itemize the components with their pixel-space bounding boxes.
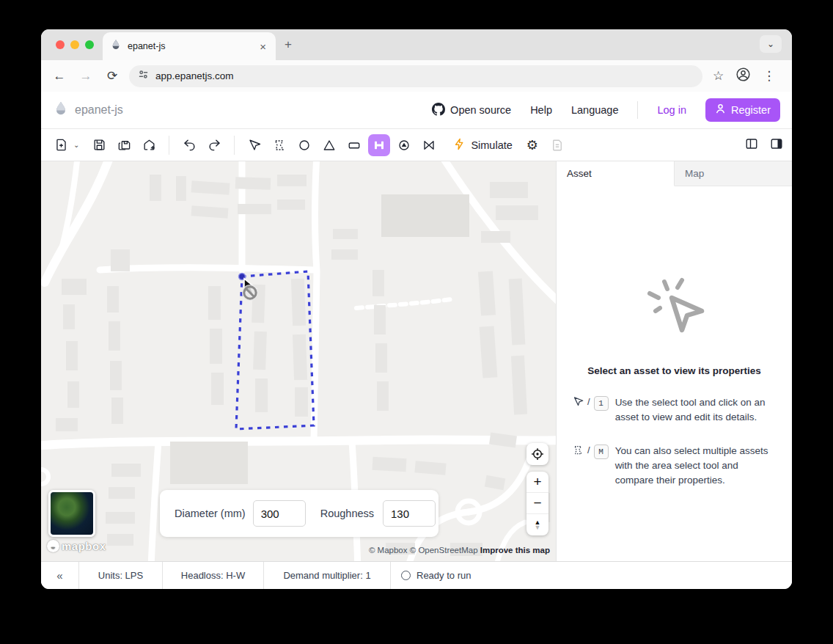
map-canvas[interactable]: + − ▲▼ Diameter (mm) Roughness ◒ mapbox: [41, 161, 556, 561]
forward-icon[interactable]: →: [76, 69, 95, 84]
tab-search-chevron-icon[interactable]: ⌄: [760, 35, 782, 53]
area-select-icon: [573, 444, 584, 458]
zoom-in-button[interactable]: +: [526, 472, 548, 493]
zoom-control: + − ▲▼: [526, 472, 548, 535]
address-bar[interactable]: app.epanetjs.com: [129, 65, 702, 87]
keycap-m: M: [594, 444, 609, 459]
simulate-button[interactable]: Simulate: [453, 138, 512, 153]
register-label: Register: [731, 104, 771, 116]
mapbox-logo-icon: ◒: [47, 540, 59, 552]
bookmark-star-icon[interactable]: ☆: [713, 68, 724, 84]
redo-button[interactable]: [203, 134, 225, 156]
person-icon: [715, 103, 726, 117]
panel-tabs: Asset Map: [557, 161, 792, 186]
hint-select-text: Use the select tool and click on an asse…: [615, 395, 775, 425]
osm-attribution-link[interactable]: © OpenStreetMap: [410, 546, 478, 555]
pump-tool-button[interactable]: [393, 134, 415, 156]
brand-name: epanet-js: [75, 103, 123, 117]
not-allowed-icon: [242, 285, 258, 301]
mapbox-attribution-link[interactable]: © Mapbox: [369, 546, 408, 555]
pipe-properties-form: Diameter (mm) Roughness: [160, 490, 438, 537]
units-setting[interactable]: Units: LPS: [79, 562, 163, 589]
pipe-tool-button[interactable]: [368, 134, 390, 156]
tab-title: epanet-js: [128, 41, 252, 51]
area-select-tool-button[interactable]: [268, 134, 290, 156]
app-header: epanet-js Open source Help Language Log …: [41, 92, 792, 129]
lightning-icon: [453, 138, 466, 153]
url-text: app.epanetjs.com: [155, 70, 234, 81]
github-icon: [432, 103, 445, 118]
back-icon[interactable]: ←: [50, 69, 69, 84]
app-toolbar: ⌄: [41, 129, 792, 161]
language-link[interactable]: Language: [571, 104, 619, 116]
mapbox-logo-text: mapbox: [62, 540, 106, 552]
hint-separator: /: [587, 396, 590, 407]
right-panel: Asset Map Select an asset to view its pr…: [556, 161, 792, 561]
toggle-left-panel-icon[interactable]: [745, 137, 758, 153]
toolbar-divider: [169, 136, 169, 155]
reload-icon[interactable]: ⟳: [103, 68, 122, 84]
mapbox-logo[interactable]: ◒ mapbox: [47, 540, 106, 552]
minimize-window-button[interactable]: [70, 40, 79, 49]
reservoir-tool-button[interactable]: [343, 134, 365, 156]
profile-icon[interactable]: [735, 67, 751, 85]
browser-tab-strip: epanet-js × + ⌄: [41, 29, 792, 60]
close-window-button[interactable]: [56, 40, 65, 49]
main-area: + − ▲▼ Diameter (mm) Roughness ◒ mapbox: [41, 161, 792, 561]
satellite-layer-thumbnail[interactable]: [48, 490, 95, 537]
browser-menu-icon[interactable]: ⋮: [763, 68, 775, 84]
log-in-link[interactable]: Log in: [657, 104, 686, 116]
pitch-toggle-button[interactable]: ▲▼: [526, 514, 548, 535]
collapse-statusbar-button[interactable]: «: [41, 562, 79, 589]
geolocate-button[interactable]: [526, 443, 548, 465]
tab-asset[interactable]: Asset: [557, 161, 675, 186]
panel-empty-title: Select an asset to view its properties: [573, 365, 776, 376]
favicon-droplet-icon: [110, 39, 122, 54]
site-settings-icon[interactable]: [138, 69, 149, 83]
browser-url-row: ← → ⟳ app.epanetjs.com ☆ ⋮: [41, 60, 792, 92]
new-tab-icon[interactable]: +: [285, 37, 292, 52]
browser-window: epanet-js × + ⌄ ← → ⟳ app.epanetjs.com ☆…: [41, 29, 792, 589]
roughness-input[interactable]: [383, 500, 436, 527]
status-bar: « Units: LPS Headloss: H-W Demand multip…: [41, 561, 792, 589]
toggle-right-panel-icon[interactable]: [770, 137, 783, 153]
select-tool-button[interactable]: [243, 134, 265, 156]
save-button[interactable]: [88, 134, 110, 156]
new-project-button[interactable]: [50, 134, 72, 156]
zoom-out-button[interactable]: −: [526, 493, 548, 514]
tank-tool-button[interactable]: [318, 134, 340, 156]
toolbar-divider: [234, 136, 235, 155]
simulation-settings-gear-icon[interactable]: ⚙: [521, 134, 543, 156]
headloss-setting[interactable]: Headloss: H-W: [163, 562, 264, 589]
brand-droplet-icon: [53, 100, 69, 120]
maximize-window-button[interactable]: [85, 40, 94, 49]
ready-status-icon: [401, 571, 411, 580]
keycap-1: 1: [594, 396, 609, 411]
save-as-copy-button[interactable]: [113, 134, 135, 156]
open-source-label: Open source: [450, 104, 511, 116]
register-button[interactable]: Register: [705, 98, 780, 122]
undo-button[interactable]: [178, 134, 200, 156]
select-cursor-icon: [573, 396, 584, 410]
roughness-label: Roughness: [320, 508, 374, 519]
tab-close-icon[interactable]: ×: [257, 40, 268, 53]
improve-map-link[interactable]: Improve this map: [480, 546, 550, 555]
demand-multiplier-setting[interactable]: Demand multiplier: 1: [264, 562, 391, 589]
simulation-report-icon: [546, 134, 568, 156]
diameter-input[interactable]: [253, 500, 306, 527]
open-source-link[interactable]: Open source: [432, 103, 511, 118]
header-divider: [637, 101, 638, 119]
import-model-button[interactable]: [138, 134, 160, 156]
junction-tool-button[interactable]: [293, 134, 315, 156]
map-attribution: © Mapbox © OpenStreetMap Improve this ma…: [369, 546, 550, 555]
chrome-actions: ☆ ⋮: [713, 67, 775, 85]
ready-status-label: Ready to run: [416, 570, 471, 581]
valve-tool-button[interactable]: [418, 134, 440, 156]
new-project-chevron-icon[interactable]: ⌄: [73, 141, 79, 149]
simulation-status: Ready to run: [391, 562, 792, 589]
browser-tab[interactable]: epanet-js ×: [103, 32, 276, 60]
tab-map[interactable]: Map: [675, 161, 792, 186]
help-link[interactable]: Help: [530, 104, 552, 116]
diameter-label: Diameter (mm): [175, 508, 246, 519]
hint-area-select: / M You can also select multiple assets …: [573, 444, 776, 488]
